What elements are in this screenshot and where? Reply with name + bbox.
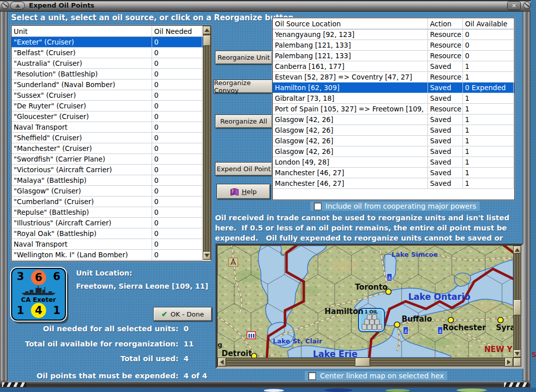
city-dot-detroit[interactable] — [252, 354, 257, 358]
table-cell: "Cumberland" (Cruiser) — [12, 197, 152, 207]
unit-location-label: Unit Location: — [76, 269, 132, 277]
city-dot-syracuse[interactable] — [498, 318, 504, 323]
include-oil-checkbox-row[interactable]: Include oil from cooperating major power… — [310, 202, 480, 211]
scroll-up-button[interactable] — [203, 26, 211, 34]
table-row[interactable]: "Resolution" (Battleship)0 — [12, 69, 211, 80]
table-row[interactable]: "Australia" (Cruiser)0 — [12, 58, 211, 69]
table-cell: 0 — [152, 250, 202, 260]
table-row[interactable]: "Cumberland" (Cruiser)0 — [12, 197, 211, 207]
table-row[interactable]: "De Ruyter" (Cruiser)0 — [12, 101, 211, 111]
table-row[interactable]: "Wellington Mk. I" (Land Bomber)0 — [12, 250, 211, 260]
ok-done-button[interactable]: ✔ OK - Done — [153, 307, 212, 321]
table-row[interactable]: "Manchester" (Cruiser)0 — [12, 143, 211, 154]
table-row[interactable]: "Belfast" (Cruiser)0 — [12, 48, 211, 58]
include-oil-checkbox[interactable] — [314, 203, 321, 210]
table-cell: "Sheffield" (Cruiser) — [12, 133, 152, 143]
arrow-down-icon — [204, 254, 209, 257]
scroll-up-button[interactable] — [513, 246, 521, 254]
center-map-checkbox[interactable] — [308, 372, 316, 380]
table-row[interactable]: "Repulse" (Battleship)0 — [12, 207, 211, 218]
window-title: Expend Oil Points — [29, 2, 94, 9]
table-row[interactable]: Yenangyaung [92, 123]Resource0 — [273, 29, 514, 40]
table-row[interactable]: Port of Spain [105, 327] => Freetown [10… — [273, 104, 514, 114]
title-bar[interactable]: Expend Oil Points ✕ — [0, 0, 530, 11]
table-row[interactable]: "Glasgow" (Cruiser)0 — [12, 186, 211, 197]
table-row[interactable]: Glasgow [42, 26]Saved1 — [273, 136, 514, 146]
table-cell: 0 — [463, 29, 514, 40]
map-horizontal-scrollbar[interactable] — [218, 358, 513, 367]
table-row[interactable]: London [49, 28]Saved1 — [273, 157, 514, 168]
table-row[interactable]: Manchester [46, 27]Saved1 — [273, 178, 514, 189]
table-cell: 0 — [152, 80, 202, 90]
hex-map[interactable]: ⚓ ⚓ ⚓ 1 OIL — [218, 246, 513, 358]
table-row[interactable]: "Illustrious" (Aircraft Carrier)0 — [12, 218, 211, 228]
table-cell: Manchester [46, 27] — [273, 168, 428, 178]
table-row[interactable]: "Royal Oak" (Battleship)0 — [12, 228, 211, 239]
unit-counter-ca-exeter[interactable]: 3 6 6 CA Exeter 1 4 1 — [11, 268, 66, 321]
table-cell: "Manchester" (Cruiser) — [12, 143, 152, 154]
map-label-lake-st-clair: Lake St. Clair — [273, 337, 323, 345]
scroll-left-button[interactable] — [218, 358, 226, 367]
scrollbar-thumb[interactable] — [203, 35, 211, 46]
table-row[interactable]: "Gloucester" (Cruiser)0 — [12, 111, 211, 122]
table-row[interactable]: Glasgow [42, 26]Saved1 — [273, 125, 514, 136]
table-cell: 0 — [152, 165, 202, 175]
factory-icon — [247, 332, 256, 339]
table-row[interactable]: "Malaya" (Battleship)0 — [12, 175, 211, 186]
background-text-fragment: S — [531, 350, 536, 359]
table-row[interactable]: Manchester [46, 27]Saved1 — [273, 168, 514, 178]
table-cell: 0 — [152, 122, 202, 133]
table-row[interactable]: Glasgow [42, 26]Saved1 — [273, 114, 514, 125]
table-cell: 0 — [463, 51, 514, 61]
table-cell: 0 — [152, 133, 202, 143]
center-map-checkbox-row[interactable]: Center linked map on selected hex — [305, 371, 447, 380]
scrollbar-thumb[interactable] — [513, 299, 521, 316]
table-cell: 0 — [152, 69, 202, 80]
table-row[interactable]: "Sheffield" (Cruiser)0 — [12, 133, 211, 143]
map-vertical-scrollbar[interactable] — [513, 246, 521, 358]
reorganize-convoy-button[interactable]: Reorganize Convoy — [213, 80, 273, 93]
window-menu-button[interactable] — [11, 2, 24, 9]
table-row[interactable]: "Exeter" (Cruiser)0 — [12, 37, 211, 48]
scroll-right-button[interactable] — [505, 358, 513, 367]
table-cell: Glasgow [42, 26] — [273, 136, 428, 146]
scroll-down-button[interactable] — [203, 251, 211, 260]
table-row[interactable]: Palembang [121, 133]Resource0 — [273, 40, 514, 51]
unit-table: Unit Oil Needed "Exeter" (Cruiser)0"Belf… — [11, 25, 211, 261]
unit-table-scrollbar[interactable] — [203, 26, 211, 260]
table-cell: 0 — [152, 207, 202, 218]
scrollbar-thumb[interactable] — [355, 358, 370, 367]
table-cell: "Gloucester" (Cruiser) — [12, 111, 152, 122]
city-dot-buffalo[interactable] — [395, 322, 400, 328]
table-row[interactable]: Hamilton [62, 309]Saved0 Expended — [273, 83, 514, 93]
table-row[interactable]: Naval Transport0 — [12, 122, 211, 133]
table-row[interactable]: Palembang [121, 133]Resource0 — [273, 51, 514, 61]
table-cell: Glasgow [42, 26] — [273, 125, 428, 136]
map-viewport[interactable]: ⚓ ⚓ ⚓ 1 OIL — [218, 246, 513, 358]
table-row[interactable]: Naval Transport0 — [12, 239, 211, 250]
table-row[interactable]: "Sussex" (Cruiser)0 — [12, 90, 211, 101]
arrow-up-icon — [204, 28, 209, 32]
table-cell: Resource — [428, 40, 463, 51]
table-cell: "Belfast" (Cruiser) — [12, 48, 152, 58]
table-cell: Hamilton [62, 309] — [273, 83, 428, 93]
city-dot-rochester[interactable] — [448, 318, 454, 323]
table-row[interactable]: "Swordfish" (Carrier Plane)0 — [12, 154, 211, 165]
expend-oil-point-button[interactable]: Expend Oil Point — [215, 162, 272, 176]
scroll-down-button[interactable] — [513, 349, 521, 358]
table-row[interactable]: Canberra [161, 177]Saved1 — [273, 61, 514, 72]
table-cell: London [49, 28] — [273, 157, 428, 168]
table-row[interactable]: "Sunderland" (Naval Bomber)0 — [12, 80, 211, 90]
table-cell: "Wellington Mk. I" (Land Bomber) — [12, 250, 152, 260]
table-row[interactable]: "Victorious" (Aircraft Carrier)0 — [12, 165, 211, 175]
table-row[interactable]: Glasgow [42, 26]Saved1 — [273, 146, 514, 157]
close-button[interactable]: ✕ — [508, 2, 520, 10]
table-row[interactable]: Estevan [52, 287] => Coventry [47, 27]Re… — [273, 72, 514, 83]
arrow-right-icon — [507, 360, 511, 365]
reorganize-unit-button[interactable]: Reorganize Unit — [215, 51, 272, 64]
table-cell: 0 — [152, 218, 202, 228]
table-row[interactable]: Gibraltar [73, 18]Saved1 — [273, 93, 514, 104]
reorganize-all-button[interactable]: Reorganize All — [215, 114, 272, 128]
stat-oil-points-expended: Oil points that must be expended: 4 of 4 — [11, 372, 178, 380]
help-button[interactable]: ? Help — [217, 184, 270, 199]
